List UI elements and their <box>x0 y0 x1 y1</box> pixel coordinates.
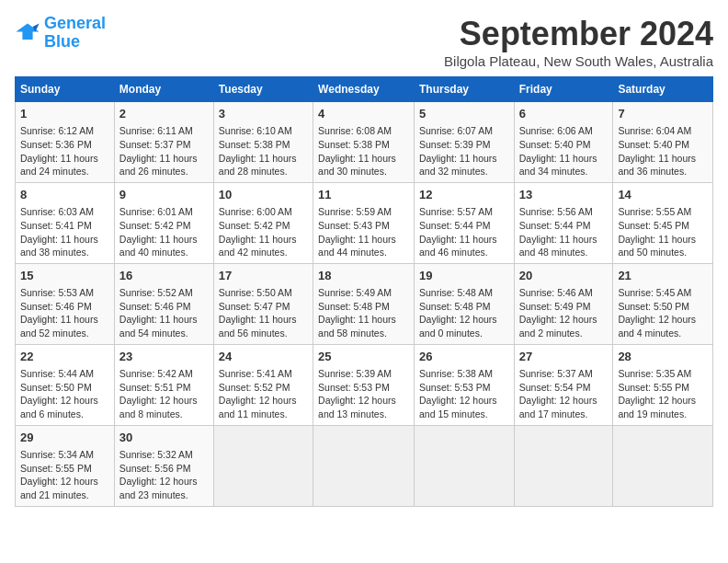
day-number: 12 <box>419 187 509 203</box>
daylight-label: Daylight: 11 hours and 36 minutes. <box>618 153 696 178</box>
day-number: 8 <box>20 187 109 203</box>
calendar-cell <box>414 425 514 506</box>
daylight-label: Daylight: 12 hours and 2 minutes. <box>519 314 597 339</box>
daylight-label: Daylight: 11 hours and 52 minutes. <box>20 314 98 339</box>
sunrise: Sunrise: 5:32 AM <box>119 449 193 460</box>
sunrise: Sunrise: 5:45 AM <box>618 287 691 298</box>
calendar-cell: 11Sunrise: 5:59 AMSunset: 5:43 PMDayligh… <box>313 182 415 263</box>
calendar-cell: 6Sunrise: 6:06 AMSunset: 5:40 PMDaylight… <box>514 102 613 183</box>
daylight-label: Daylight: 11 hours and 46 minutes. <box>419 234 497 259</box>
day-number: 10 <box>219 187 308 203</box>
sunrise: Sunrise: 5:38 AM <box>419 368 493 379</box>
day-number: 20 <box>519 268 609 284</box>
day-number: 11 <box>318 187 409 203</box>
day-number: 23 <box>119 349 209 365</box>
sunset: Sunset: 5:45 PM <box>618 220 689 231</box>
sunset: Sunset: 5:55 PM <box>20 463 92 474</box>
sunset: Sunset: 5:46 PM <box>20 301 92 312</box>
sunrise: Sunrise: 5:39 AM <box>318 368 392 379</box>
calendar-cell: 9Sunrise: 6:01 AMSunset: 5:42 PMDaylight… <box>114 182 213 263</box>
sunset: Sunset: 5:47 PM <box>219 301 290 312</box>
day-header-tuesday: Tuesday <box>213 77 313 102</box>
sunrise: Sunrise: 5:56 AM <box>519 206 593 217</box>
sunset: Sunset: 5:50 PM <box>20 382 92 393</box>
logo: General Blue <box>15 15 106 52</box>
calendar-cell: 20Sunrise: 5:46 AMSunset: 5:49 PMDayligh… <box>514 263 613 344</box>
day-number: 13 <box>519 187 609 203</box>
sunset: Sunset: 5:56 PM <box>119 463 191 474</box>
day-number: 25 <box>318 349 409 365</box>
day-number: 16 <box>119 268 209 284</box>
sunset: Sunset: 5:51 PM <box>119 382 191 393</box>
sunrise: Sunrise: 6:00 AM <box>219 206 292 217</box>
sunrise: Sunrise: 5:49 AM <box>318 287 392 298</box>
sunset: Sunset: 5:40 PM <box>519 139 591 150</box>
month-title: September 2024 <box>444 15 713 53</box>
day-number: 17 <box>219 268 308 284</box>
sunrise: Sunrise: 5:50 AM <box>219 287 292 298</box>
calendar-cell: 21Sunrise: 5:45 AMSunset: 5:50 PMDayligh… <box>613 263 713 344</box>
sunset: Sunset: 5:46 PM <box>119 301 191 312</box>
sunrise: Sunrise: 6:07 AM <box>419 125 493 136</box>
day-header-monday: Monday <box>114 77 213 102</box>
sunset: Sunset: 5:42 PM <box>219 220 290 231</box>
calendar-cell: 1Sunrise: 6:12 AMSunset: 5:36 PMDaylight… <box>16 102 115 183</box>
sunset: Sunset: 5:54 PM <box>519 382 591 393</box>
sunset: Sunset: 5:36 PM <box>20 139 92 150</box>
day-number: 6 <box>519 106 609 122</box>
day-number: 21 <box>618 268 708 284</box>
daylight-label: Daylight: 11 hours and 38 minutes. <box>20 234 98 259</box>
sunset: Sunset: 5:37 PM <box>119 139 191 150</box>
week-row: 15Sunrise: 5:53 AMSunset: 5:46 PMDayligh… <box>16 263 713 344</box>
sunrise: Sunrise: 5:41 AM <box>219 368 292 379</box>
daylight-label: Daylight: 12 hours and 11 minutes. <box>219 395 297 419</box>
sunrise: Sunrise: 6:04 AM <box>618 125 691 136</box>
week-row: 29Sunrise: 5:34 AMSunset: 5:55 PMDayligh… <box>16 425 713 506</box>
sunset: Sunset: 5:55 PM <box>618 382 689 393</box>
day-number: 24 <box>219 349 308 365</box>
day-number: 3 <box>219 106 308 122</box>
sunset: Sunset: 5:50 PM <box>618 301 689 312</box>
calendar-cell: 26Sunrise: 5:38 AMSunset: 5:53 PMDayligh… <box>414 344 514 425</box>
sunrise: Sunrise: 5:42 AM <box>119 368 193 379</box>
calendar-cell: 25Sunrise: 5:39 AMSunset: 5:53 PMDayligh… <box>313 344 415 425</box>
daylight-label: Daylight: 11 hours and 32 minutes. <box>419 153 497 178</box>
day-number: 7 <box>618 106 708 122</box>
day-number: 28 <box>618 349 708 365</box>
calendar-cell: 2Sunrise: 6:11 AMSunset: 5:37 PMDaylight… <box>114 102 213 183</box>
daylight-label: Daylight: 12 hours and 0 minutes. <box>419 314 497 339</box>
calendar-cell: 3Sunrise: 6:10 AMSunset: 5:38 PMDaylight… <box>213 102 313 183</box>
week-row: 8Sunrise: 6:03 AMSunset: 5:41 PMDaylight… <box>16 182 713 263</box>
calendar-cell <box>213 425 313 506</box>
calendar-cell: 27Sunrise: 5:37 AMSunset: 5:54 PMDayligh… <box>514 344 613 425</box>
calendar-cell: 19Sunrise: 5:48 AMSunset: 5:48 PMDayligh… <box>414 263 514 344</box>
calendar-cell: 28Sunrise: 5:35 AMSunset: 5:55 PMDayligh… <box>613 344 713 425</box>
sunset: Sunset: 5:43 PM <box>318 220 390 231</box>
day-header-friday: Friday <box>514 77 613 102</box>
sunrise: Sunrise: 5:34 AM <box>20 449 94 460</box>
calendar-cell <box>613 425 713 506</box>
sunset: Sunset: 5:53 PM <box>318 382 390 393</box>
sunrise: Sunrise: 6:08 AM <box>318 125 392 136</box>
sunrise: Sunrise: 6:11 AM <box>119 125 193 136</box>
daylight-label: Daylight: 12 hours and 21 minutes. <box>20 476 98 500</box>
calendar-cell: 24Sunrise: 5:41 AMSunset: 5:52 PMDayligh… <box>213 344 313 425</box>
day-number: 19 <box>419 268 509 284</box>
sunset: Sunset: 5:39 PM <box>419 139 491 150</box>
daylight-label: Daylight: 12 hours and 13 minutes. <box>318 395 396 419</box>
day-number: 26 <box>419 349 509 365</box>
daylight-label: Daylight: 11 hours and 54 minutes. <box>119 314 198 339</box>
calendar-cell <box>514 425 613 506</box>
sunrise: Sunrise: 6:12 AM <box>20 125 94 136</box>
calendar-cell: 30Sunrise: 5:32 AMSunset: 5:56 PMDayligh… <box>114 425 213 506</box>
calendar-cell: 14Sunrise: 5:55 AMSunset: 5:45 PMDayligh… <box>613 182 713 263</box>
daylight-label: Daylight: 12 hours and 19 minutes. <box>618 395 696 419</box>
sunrise: Sunrise: 5:59 AM <box>318 206 392 217</box>
day-number: 29 <box>20 430 109 446</box>
week-row: 22Sunrise: 5:44 AMSunset: 5:50 PMDayligh… <box>16 344 713 425</box>
calendar-cell: 17Sunrise: 5:50 AMSunset: 5:47 PMDayligh… <box>213 263 313 344</box>
calendar-cell: 23Sunrise: 5:42 AMSunset: 5:51 PMDayligh… <box>114 344 213 425</box>
calendar-cell: 22Sunrise: 5:44 AMSunset: 5:50 PMDayligh… <box>16 344 115 425</box>
title-section: September 2024 Bilgola Plateau, New Sout… <box>444 15 713 69</box>
daylight-label: Daylight: 12 hours and 6 minutes. <box>20 395 98 419</box>
